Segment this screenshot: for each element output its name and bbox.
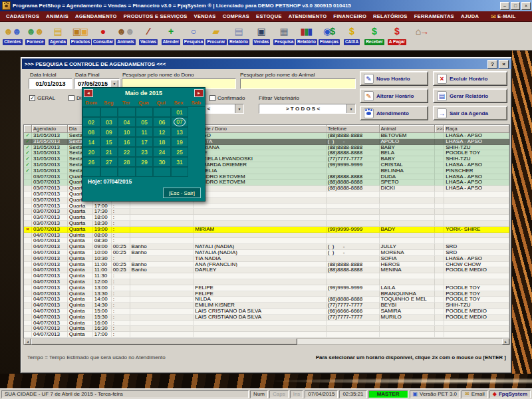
menu-item-e-mail[interactable]: ✉E-MAIL (487, 13, 519, 21)
calendar-day-25[interactable]: 25 (171, 147, 189, 157)
calendar-day-30[interactable]: 30 (153, 157, 171, 167)
button-excluir-horario[interactable]: ×Excluir Horário (433, 71, 507, 86)
table-row[interactable]: 04/07/2013Quinta08:00: (24, 233, 509, 239)
table-row[interactable]: 04/07/2013Quinta09:0000:25BanhoNATALI (N… (24, 244, 509, 250)
search-animal-input[interactable] (240, 78, 356, 89)
table-row[interactable]: 03/07/2013Quarta18:30: (24, 221, 509, 227)
calendar-day-02[interactable]: 02 (82, 117, 100, 127)
calendar-day-14[interactable]: 14 (82, 137, 100, 147)
menu-item-estoque[interactable]: ESTOQUE (253, 13, 285, 20)
checkbox-geral[interactable]: ✓ GERAL (29, 95, 55, 101)
horizontal-scrollbar[interactable]: ◄ ► (23, 338, 510, 345)
menu-item-relatorios[interactable]: RELATÓRIOS (370, 13, 411, 20)
toolbar-calc[interactable]: ▦Pesquisa (273, 23, 295, 49)
minimize-button[interactable]: – (500, 2, 509, 10)
menu-item-vendas[interactable]: VENDAS (191, 13, 219, 20)
dialog-close-button[interactable]: × (499, 60, 509, 68)
calendar-prev-button[interactable]: ◄ (84, 89, 93, 97)
menu-item-cadastros[interactable]: CADASTROS (3, 13, 43, 20)
table-row[interactable]: 03/07/2013Quarta17:00: (24, 203, 509, 209)
table-row[interactable]: 04/07/2013Quinta16:00: (24, 321, 509, 327)
calendar-day-26[interactable]: 26 (82, 157, 100, 167)
dialog-help-button[interactable]: ? (487, 60, 497, 68)
menu-item-agendamento[interactable]: AGENDAMENTO (72, 13, 120, 20)
calendar-day-28[interactable]: 28 (118, 157, 136, 167)
scrollbar-thumb[interactable] (31, 338, 297, 344)
toolbar-suppliers[interactable]: ☻☻Fornece (24, 23, 47, 49)
calendar-next-button[interactable]: ► (194, 89, 203, 97)
table-row[interactable]: 04/07/2013Quinta16:30: (24, 326, 509, 332)
status-email[interactable]: ✉Email (462, 390, 488, 398)
table-row[interactable]: 04/07/2013Quinta11:0000:25BanhoDARLEY(88… (24, 267, 509, 273)
toolbar-cash[interactable]: $CAIXA (340, 23, 363, 49)
table-row[interactable]: 04/07/2013Quinta10:0000:25BanhoNATALIA (… (24, 250, 509, 256)
table-row[interactable]: 03/07/2013Quarta17:30: (24, 209, 509, 215)
toolbar-animals[interactable]: ☻☻Animais (114, 23, 137, 49)
calendar-day-22[interactable]: 22 (118, 147, 136, 157)
button-gerar-relatorio[interactable]: ▤Gerar Relatório (433, 88, 507, 103)
toolbar-agenda[interactable]: ▤Agenda (47, 23, 69, 49)
calendar-esc-button[interactable]: [Esc - Sair] (163, 188, 201, 198)
toolbar-search[interactable]: ○Pesquisa (182, 23, 205, 49)
calendar-day-31[interactable]: 31 (171, 157, 189, 167)
checkbox-confirmado[interactable]: Confirmado (209, 95, 245, 101)
calendar-day-03[interactable]: 03 (100, 117, 118, 127)
table-row[interactable]: 04/07/2013Quinta13:30:FELIPEBRANQUINHAPO… (24, 291, 509, 297)
menu-item-compras[interactable]: COMPRAS (219, 13, 253, 20)
table-row[interactable]: 04/07/2013Quinta10:30:TIA NADIASOFIALHAS… (24, 256, 509, 262)
table-row[interactable]: 04/07/2013Quinta14:00:NILDA(88)8888-8888… (24, 297, 509, 303)
calendar-day-12[interactable]: 12 (153, 127, 171, 137)
table-row[interactable]: 03/07/2013Quarta18:00: (24, 215, 509, 221)
vet-combo-2-dropdown[interactable]: ▼ (346, 104, 355, 113)
table-row[interactable]: 04/07/2013Quinta11:30: (24, 273, 509, 279)
calendar-day-24[interactable]: 24 (153, 147, 171, 157)
calendar-day-13[interactable]: 13 (171, 127, 189, 137)
table-row[interactable]: 04/07/2013Quinta17:00: (24, 332, 509, 338)
toolbar-clients[interactable]: ☻☻Clientes (1, 23, 24, 49)
calendar-day-18[interactable]: 18 (153, 137, 171, 147)
data-inicial-field[interactable]: 01/01/2013 (29, 78, 72, 89)
toolbar-attend[interactable]: +Atender (160, 23, 182, 49)
table-row[interactable]: 04/07/2013Quinta13:00:FELIPE(99)9999-999… (24, 285, 509, 291)
calendar-day-04[interactable]: 04 (118, 117, 136, 127)
maximize-button[interactable]: □ (511, 2, 520, 10)
table-row[interactable]: 04/07/2013Quinta12:00: (24, 279, 509, 285)
calendar-day-07[interactable]: 07 (171, 117, 189, 127)
calendar-day-20[interactable]: 20 (82, 147, 100, 157)
toolbar-sales[interactable]: ▣Vendas (250, 23, 273, 49)
calendar-day-05[interactable]: 05 (136, 117, 154, 127)
menu-item-atendimento[interactable]: ATENDIMENTO (285, 13, 331, 20)
toolbar-vaccines[interactable]: ⁄⁄Vacinas (137, 23, 160, 49)
vet-combo-1-dropdown[interactable]: ▼ (235, 104, 243, 113)
calendar-day-21[interactable]: 21 (100, 147, 118, 157)
toolbar-folder[interactable]: ▰Procurar (205, 23, 227, 49)
calendar-day-08[interactable]: 08 (82, 127, 100, 137)
calendar-day-06[interactable]: 06 (153, 117, 171, 127)
table-row[interactable]: 04/07/2013Quinta14:30:EMILIM KISNER(77)7… (24, 303, 509, 309)
close-button[interactable]: × (521, 2, 531, 10)
table-row[interactable]: ×03/07/2013Quarta19:00:MIRIAM(99)9999-99… (24, 227, 509, 233)
toolbar-books[interactable]: ▮▮▮Relatório (295, 23, 318, 49)
toolbar-pay[interactable]: $A Pagar (386, 23, 408, 49)
calendar-day-29[interactable]: 29 (136, 157, 154, 167)
menu-item-animais[interactable]: ANIMAIS (43, 13, 72, 20)
calendar-day-19[interactable]: 19 (171, 137, 189, 147)
calendar-day-23[interactable]: 23 (136, 147, 154, 157)
toolbar-exit-door[interactable]: ⌂→ (411, 23, 434, 49)
calendar-day-11[interactable]: 11 (136, 127, 154, 137)
button-novo-horario[interactable]: ✎Novo Horário (360, 71, 428, 86)
menu-item-ajuda[interactable]: AJUDA (458, 13, 482, 20)
menu-item-financeiro[interactable]: FINANCEIRO (330, 13, 370, 20)
toolbar-report[interactable]: ▤Relatório (227, 23, 250, 49)
scroll-left-button[interactable]: ◄ (24, 338, 31, 344)
calendar-day-17[interactable]: 17 (136, 137, 154, 147)
toolbar-consult[interactable]: ●Consultar (92, 23, 114, 49)
table-row[interactable]: 04/07/2013Quinta15:00:LAIS CRISTIANO DA … (24, 309, 509, 315)
button-alterar-horario[interactable]: ✎Alterar Horário (360, 88, 428, 103)
table-row[interactable]: 04/07/2013Quinta11:0000:25BanhoANA (FRAN… (24, 262, 509, 268)
scroll-right-button[interactable]: ► (502, 338, 509, 344)
table-row[interactable]: 04/07/2013Quinta08:30: (24, 238, 509, 244)
menu-item-produtos-e-servicos[interactable]: PRODUTOS E SERVIÇOS (120, 13, 191, 20)
toolbar-receive[interactable]: $Receber (363, 23, 386, 49)
calendar-day-16[interactable]: 16 (118, 137, 136, 147)
